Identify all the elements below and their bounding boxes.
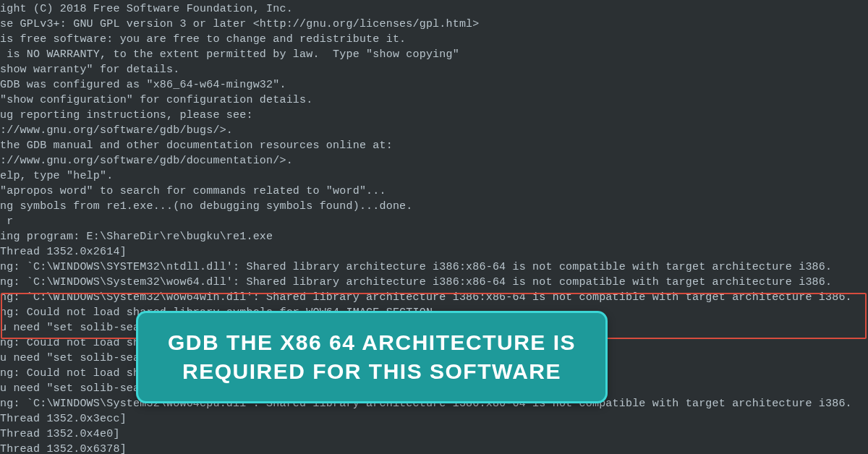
terminal-line: "show configuration" for configuration d…	[0, 93, 868, 108]
terminal-line: Thread 1352.0x2614]	[0, 244, 868, 260]
title-overlay-text: GDB THE X86 64 ARCHITECTURE IS REQUIRED …	[153, 328, 591, 387]
terminal-line: elp, type "help".	[0, 168, 868, 184]
terminal-line: ug reporting instructions, please see:	[0, 108, 868, 123]
terminal-line: ng: `C:\WINDOWS\System32\wow64.dll': Sha…	[0, 275, 868, 290]
terminal-line: "apropos word" to search for commands re…	[0, 184, 868, 199]
terminal-line: ng symbols from re1.exe...(no debugging …	[0, 199, 868, 214]
terminal-line: Thread 1352.0x6378]	[0, 442, 868, 454]
terminal-line: Thread 1352.0x4e0]	[0, 427, 868, 442]
title-overlay-badge: GDB THE X86 64 ARCHITECTURE IS REQUIRED …	[136, 311, 608, 403]
terminal-line: ://www.gnu.org/software/gdb/bugs/>.	[0, 123, 868, 138]
terminal-line: GDB was configured as "x86_64-w64-mingw3…	[0, 77, 868, 93]
terminal-line: ://www.gnu.org/software/gdb/documentatio…	[0, 153, 868, 168]
terminal-line: ing program: E:\ShareDir\re\bugku\re1.ex…	[0, 229, 868, 244]
terminal-line: is NO WARRANTY, to the extent permitted …	[0, 47, 868, 62]
terminal-line: se GPLv3+: GNU GPL version 3 or later <h…	[0, 17, 868, 32]
terminal-line: r	[0, 214, 868, 229]
terminal-line: ng: `C:\WINDOWS\System32\wow64win.dll': …	[0, 290, 868, 305]
terminal-line: the GDB manual and other documentation r…	[0, 138, 868, 153]
terminal-line: ight (C) 2018 Free Software Foundation, …	[0, 1, 868, 17]
terminal-line: Thread 1352.0x3ecc]	[0, 411, 868, 427]
terminal-line: show warranty" for details.	[0, 62, 868, 77]
terminal-line: ng: `C:\WINDOWS\SYSTEM32\ntdll.dll': Sha…	[0, 260, 868, 275]
terminal-line: is free software: you are free to change…	[0, 32, 868, 47]
